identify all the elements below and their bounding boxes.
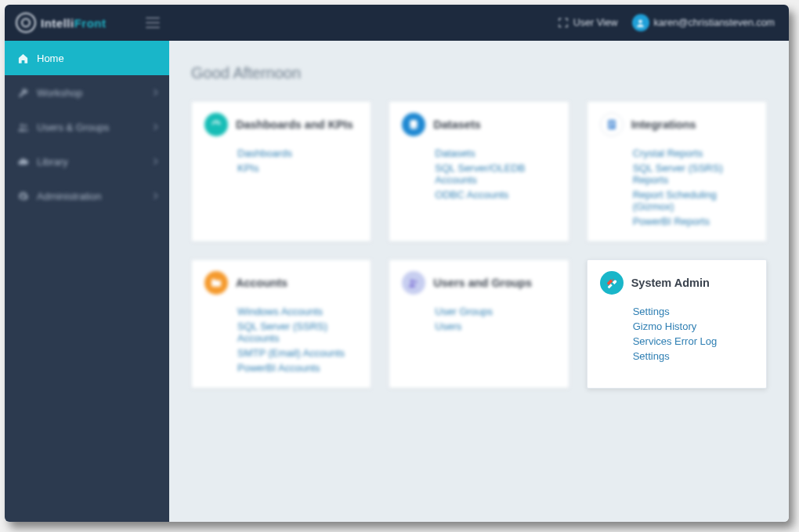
card-link[interactable]: Services Error Log <box>633 335 754 347</box>
card-link[interactable]: Settings <box>633 306 754 317</box>
card-link[interactable]: Datasets <box>435 147 555 159</box>
card-link-list: SettingsGizmo HistoryServices Error LogS… <box>633 306 754 362</box>
card-link[interactable]: ODBC Accounts <box>435 189 555 201</box>
sidebar-item-library[interactable]: Library <box>5 144 169 179</box>
gear-icon <box>17 190 29 202</box>
svg-point-0 <box>638 20 642 23</box>
card-link[interactable]: PowerBI Reports <box>633 215 754 227</box>
card-users-groups: Users and GroupsUser GroupsUsers <box>389 259 569 389</box>
cloud-icon <box>17 156 29 168</box>
chevron-right-icon <box>151 89 157 96</box>
card-datasets: DatasetsDatasetsSQL Server/OLEDB Account… <box>389 101 569 242</box>
svg-point-8 <box>410 280 414 283</box>
card-link[interactable]: SQL Server (SSRS) Accounts <box>237 320 358 344</box>
sidebar-item-users-groups[interactable]: Users & Groups <box>5 110 169 144</box>
report-icon <box>600 113 624 136</box>
card-link[interactable]: Report Scheduling (Gizmox) <box>633 189 754 212</box>
card-header: Integrations <box>600 113 754 136</box>
sidebar-item-label: Home <box>37 52 64 64</box>
card-title: Datasets <box>433 118 480 131</box>
topbar-right: User View karen@christiansteven.com <box>558 14 789 31</box>
chevron-right-icon <box>151 193 157 199</box>
users-icon <box>17 121 29 133</box>
user-menu[interactable]: karen@christiansteven.com <box>632 14 775 31</box>
svg-rect-5 <box>609 122 613 123</box>
main-area: Good Afternoon Dashboards and KPIsDashbo… <box>169 41 789 522</box>
logo-text-b: Front <box>74 16 107 30</box>
card-header: Accounts <box>204 271 358 295</box>
avatar-icon <box>632 14 649 31</box>
logo-text-a: Intelli <box>41 16 74 30</box>
card-header: Users and Groups <box>402 271 555 295</box>
card-dashboards-kpis: Dashboards and KPIsDashboardsKPIs <box>191 101 371 242</box>
folder-icon <box>204 271 228 295</box>
card-link[interactable]: Crystal Reports <box>633 147 754 159</box>
card-link[interactable]: SQL Server/OLEDB Accounts <box>435 162 555 186</box>
card-link[interactable]: Dashboards <box>237 147 358 159</box>
card-link[interactable]: Settings <box>633 350 754 362</box>
menu-toggle-icon[interactable] <box>146 17 160 28</box>
svg-rect-6 <box>609 124 613 125</box>
card-grid: Dashboards and KPIsDashboardsKPIsDataset… <box>191 101 767 389</box>
card-title: Users and Groups <box>433 277 532 289</box>
logo-text: IntelliFront <box>41 16 107 30</box>
svg-point-1 <box>20 124 24 127</box>
user-email: karen@christiansteven.com <box>654 17 775 28</box>
svg-point-9 <box>414 280 417 283</box>
card-header: Dashboards and KPIs <box>204 113 358 136</box>
chevron-right-icon <box>151 158 157 165</box>
card-link-list: User GroupsUsers <box>435 306 555 332</box>
card-link-list: DashboardsKPIs <box>237 147 358 174</box>
home-icon <box>17 52 29 64</box>
sidebar-item-label: Library <box>37 156 68 168</box>
card-header: Datasets <box>402 113 555 136</box>
card-link[interactable]: SQL Server (SSRS) Reports <box>633 162 754 186</box>
card-link[interactable]: Gizmo History <box>633 320 754 332</box>
card-header: System Admin <box>600 271 754 295</box>
card-integrations: IntegrationsCrystal ReportsSQL Server (S… <box>587 101 767 242</box>
chevron-right-icon <box>151 124 157 130</box>
topbar: IntelliFront User View karen@christianst… <box>5 5 789 41</box>
svg-point-2 <box>24 125 27 127</box>
user-view-button[interactable]: User View <box>558 17 618 28</box>
sidebar-item-administration[interactable]: Administration <box>5 179 169 213</box>
card-link-list: Windows AccountsSQL Server (SSRS) Accoun… <box>237 306 358 374</box>
card-link-list: DatasetsSQL Server/OLEDB AccountsODBC Ac… <box>435 147 555 201</box>
card-accounts: AccountsWindows AccountsSQL Server (SSRS… <box>191 259 371 389</box>
page-greeting: Good Afternoon <box>191 64 767 82</box>
app-window: IntelliFront User View karen@christianst… <box>5 5 789 522</box>
card-link[interactable]: User Groups <box>435 306 555 317</box>
tools-icon <box>600 271 624 295</box>
card-link[interactable]: Users <box>435 320 555 332</box>
expand-icon <box>558 17 569 28</box>
database-icon <box>402 113 425 136</box>
card-title: Integrations <box>631 118 696 131</box>
card-link[interactable]: PowerBI Accounts <box>237 362 358 374</box>
card-link[interactable]: SMTP (Email) Accounts <box>237 347 358 359</box>
sidebar: HomeWorkshopUsers & GroupsLibraryAdminis… <box>5 41 169 522</box>
card-title: System Admin <box>631 277 710 289</box>
sidebar-item-label: Workshop <box>37 87 82 99</box>
card-title: Accounts <box>236 277 287 289</box>
card-title: Dashboards and KPIs <box>236 118 353 131</box>
brand-logo[interactable]: IntelliFront <box>5 13 138 33</box>
people-icon <box>402 271 425 295</box>
gauge-icon <box>204 113 228 136</box>
sidebar-item-label: Users & Groups <box>37 121 109 133</box>
card-link[interactable]: Windows Accounts <box>237 306 358 317</box>
svg-rect-7 <box>609 126 612 127</box>
card-system-admin: System AdminSettingsGizmo HistoryService… <box>587 259 767 389</box>
sidebar-item-home[interactable]: Home <box>5 41 169 75</box>
sidebar-item-workshop[interactable]: Workshop <box>5 75 169 110</box>
card-link-list: Crystal ReportsSQL Server (SSRS) Reports… <box>633 147 754 227</box>
card-link[interactable]: KPIs <box>237 162 358 174</box>
user-view-label: User View <box>573 17 618 28</box>
wrench-icon <box>17 87 29 99</box>
logo-mark-icon <box>16 13 36 33</box>
sidebar-item-label: Administration <box>37 190 101 202</box>
